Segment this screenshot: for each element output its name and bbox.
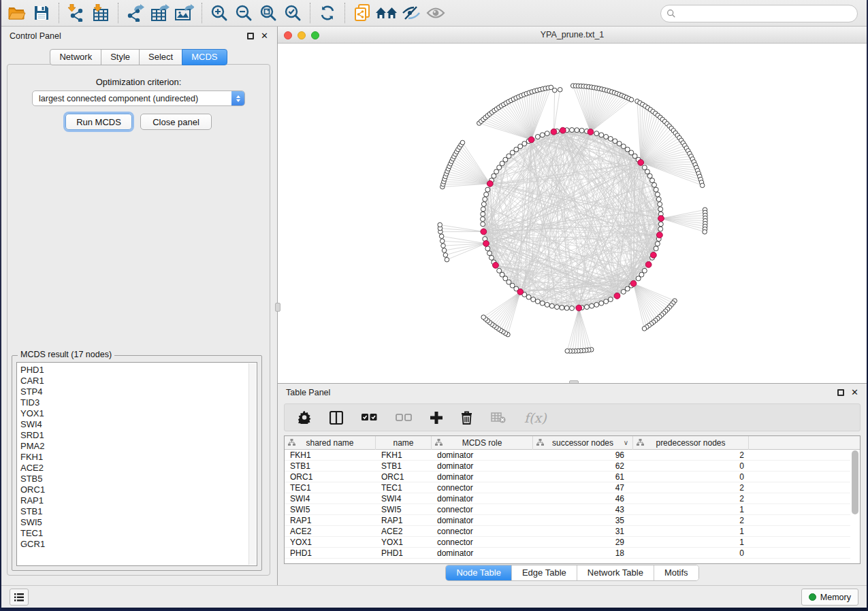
mcds-hub-node[interactable] (481, 229, 487, 235)
column-header-predecessor-nodes[interactable]: predecessor nodes (633, 436, 749, 450)
export-image-button[interactable] (172, 2, 197, 24)
vertical-splitter-grip[interactable] (275, 303, 280, 312)
maximize-window-icon[interactable] (311, 31, 319, 39)
network-overview-button[interactable] (374, 2, 399, 24)
mcds-hub-node[interactable] (576, 305, 582, 311)
mcds-result-item[interactable]: FKH1 (20, 452, 257, 463)
mcds-hub-node[interactable] (517, 289, 524, 295)
mcds-result-item[interactable]: SWI5 (20, 517, 257, 528)
tab-motifs[interactable]: Motifs (654, 565, 698, 580)
mcds-result-item[interactable]: SWI4 (20, 419, 257, 430)
mcds-result-item[interactable]: RAP1 (20, 495, 257, 506)
import-table-button[interactable] (89, 2, 113, 24)
tab-style[interactable]: Style (101, 49, 140, 65)
mcds-result-item[interactable]: TEC1 (20, 528, 257, 539)
network-graph[interactable] (278, 44, 867, 383)
zoom-out-button[interactable] (231, 2, 256, 24)
mcds-result-item[interactable]: STP4 (20, 386, 257, 397)
table-row[interactable]: FKH1FKH1dominator962 (285, 450, 850, 461)
select-all-rows-button[interactable] (361, 414, 377, 422)
result-list-scrollbar[interactable] (248, 363, 256, 565)
export-network-button[interactable] (123, 2, 148, 24)
show-all-button[interactable] (423, 2, 448, 24)
mcds-result-item[interactable]: ORC1 (20, 484, 257, 495)
delete-column-button[interactable] (461, 411, 472, 425)
optimization-dropdown[interactable]: largest connected component (undirected) (32, 90, 245, 106)
deselect-all-rows-button[interactable] (396, 414, 412, 422)
add-column-button[interactable] (430, 412, 443, 424)
mcds-result-item[interactable]: CAR1 (20, 376, 257, 386)
mcds-hub-node[interactable] (614, 293, 620, 299)
table-row[interactable]: ACE2ACE2connector311 (285, 526, 850, 537)
mcds-result-item[interactable]: GCR1 (20, 539, 257, 550)
table-row[interactable]: PHD1PHD1dominator180 (285, 548, 850, 559)
open-file-button[interactable] (5, 2, 29, 24)
mcds-hub-node[interactable] (638, 159, 644, 165)
mcds-result-item[interactable]: YOX1 (20, 408, 257, 419)
mcds-hub-node[interactable] (560, 127, 566, 133)
table-row[interactable]: SWI4SWI4dominator462 (285, 493, 850, 504)
close-table-panel-icon[interactable]: ✕ (851, 389, 858, 396)
table-scrollbar[interactable] (852, 450, 858, 562)
mcds-hub-node[interactable] (528, 137, 534, 143)
mcds-hub-node[interactable] (487, 181, 493, 187)
mcds-hub-node[interactable] (658, 216, 664, 222)
tab-mcds[interactable]: MCDS (182, 49, 227, 65)
network-window-titlebar[interactable]: YPA_prune.txt_1 (278, 27, 867, 44)
mcds-hub-node[interactable] (630, 280, 637, 286)
search-input[interactable] (676, 7, 857, 20)
mcds-result-item[interactable]: STB1 (20, 506, 257, 517)
float-table-panel-icon[interactable] (837, 389, 844, 396)
column-header-name[interactable]: name (376, 436, 432, 450)
table-row[interactable]: RAP1RAP1dominator352 (285, 515, 850, 526)
mcds-hub-node[interactable] (650, 252, 656, 258)
zoom-fit-button[interactable] (256, 2, 280, 24)
mcds-hub-node[interactable] (588, 129, 594, 135)
close-panel-icon[interactable]: ✕ (261, 33, 268, 39)
memory-button[interactable]: Memory (801, 589, 858, 606)
tab-edge-table[interactable]: Edge Table (511, 565, 577, 580)
mcds-hub-node[interactable] (645, 261, 652, 267)
close-window-icon[interactable] (284, 31, 292, 39)
tab-network[interactable]: Network (50, 49, 101, 65)
import-network-button[interactable] (64, 2, 89, 24)
tab-node-table[interactable]: Node Table (446, 565, 511, 580)
close-panel-button[interactable]: Close panel (140, 114, 212, 130)
table-row[interactable]: TEC1TEC1connector472 (285, 482, 850, 493)
mcds-result-item[interactable]: PMA2 (20, 441, 257, 452)
duplicate-network-button[interactable] (350, 2, 374, 24)
refresh-layout-button[interactable] (315, 2, 340, 24)
column-header-MCDS-role[interactable]: MCDS role (432, 436, 533, 450)
mcds-result-item[interactable]: ACE2 (20, 463, 257, 474)
table-row[interactable]: ORC1ORC1dominator610 (285, 472, 850, 482)
float-panel-icon[interactable] (247, 33, 254, 39)
mcds-result-item[interactable]: PHD1 (20, 365, 257, 376)
table-options-button[interactable] (298, 411, 311, 424)
mcds-hub-node[interactable] (493, 262, 499, 268)
tab-select[interactable]: Select (139, 49, 182, 65)
mcds-result-item[interactable]: TID3 (20, 397, 257, 408)
task-history-button[interactable] (10, 589, 29, 606)
column-header-successor-nodes[interactable]: successor nodes∨ (533, 436, 633, 450)
table-scrollbar-thumb[interactable] (852, 450, 858, 514)
mcds-result-list[interactable]: PHD1CAR1STP4TID3YOX1SWI4SRD1PMA2FKH1ACE2… (16, 362, 257, 566)
mcds-result-item[interactable]: STB5 (20, 474, 257, 484)
save-session-button[interactable] (29, 2, 54, 24)
export-table-button[interactable] (148, 2, 172, 24)
zoom-in-button[interactable] (207, 2, 231, 24)
network-canvas[interactable] (278, 44, 867, 383)
hide-edges-button[interactable] (399, 2, 423, 24)
run-mcds-button[interactable]: Run MCDS (65, 114, 132, 130)
table-row[interactable]: YOX1YOX1connector291 (285, 537, 850, 548)
mcds-hub-node[interactable] (656, 232, 662, 238)
minimize-window-icon[interactable] (298, 31, 306, 39)
column-header-shared-name[interactable]: shared name (285, 436, 376, 450)
column-layout-button[interactable] (329, 411, 343, 425)
mcds-hub-node[interactable] (551, 129, 557, 135)
mcds-hub-node[interactable] (483, 240, 489, 246)
zoom-selected-button[interactable] (280, 2, 305, 24)
tab-network-table[interactable]: Network Table (577, 565, 654, 580)
mcds-result-item[interactable]: SRD1 (20, 430, 257, 441)
table-row[interactable]: SWI5SWI5connector431 (285, 504, 850, 515)
table-row[interactable]: STB1STB1dominator620 (285, 461, 850, 472)
